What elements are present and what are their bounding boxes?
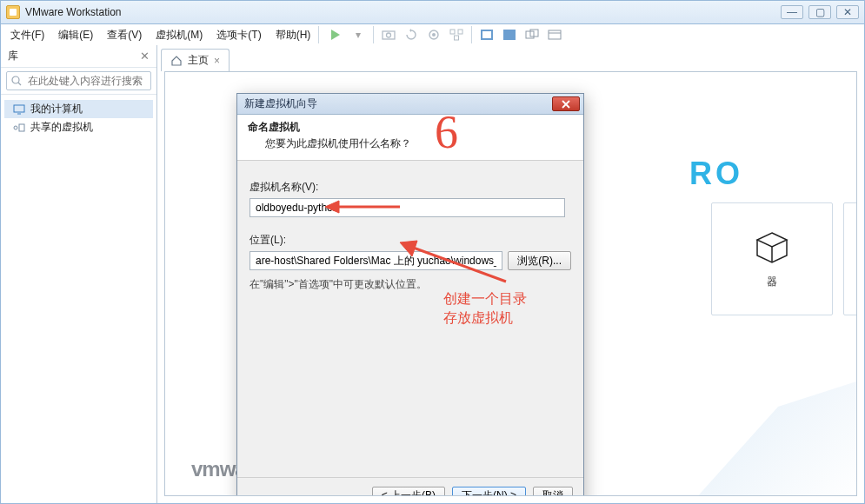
- home-canvas: RO 器 连接到 VMware vCloud Air vmware® 新建虚拟机…: [164, 71, 857, 496]
- sidebar: 库 ✕ 我的计算机 共享的虚拟机: [1, 45, 157, 503]
- menu-view[interactable]: 查看(V): [101, 26, 148, 44]
- sidebar-close-icon[interactable]: ✕: [140, 50, 150, 63]
- svg-marker-3: [409, 29, 411, 32]
- tree-item-label: 共享的虚拟机: [30, 120, 93, 135]
- svg-rect-11: [503, 30, 516, 40]
- menu-bar: 文件(F) 编辑(E) 查看(V) 虚拟机(M) 选项卡(T) 帮助(H) ▾: [0, 24, 865, 45]
- search-input[interactable]: [6, 71, 151, 90]
- dialog-title: 新建虚拟机向导: [244, 96, 317, 111]
- location-hint: 在"编辑">"首选项"中可更改默认位置。: [250, 277, 571, 292]
- menu-vm[interactable]: 虚拟机(M): [150, 26, 209, 44]
- screenshot-icon[interactable]: [381, 27, 396, 43]
- card-label: 器: [767, 275, 777, 289]
- svg-marker-22: [757, 233, 787, 247]
- sidebar-title: 库: [8, 49, 18, 63]
- main-row: 库 ✕ 我的计算机 共享的虚拟机 主页 × RO: [0, 45, 865, 504]
- window-maximize-button[interactable]: ▢: [808, 5, 831, 19]
- tree-item-shared-vms[interactable]: 共享的虚拟机: [4, 118, 153, 136]
- tree-item-my-computer[interactable]: 我的计算机: [4, 100, 153, 118]
- vm-location-input[interactable]: [250, 251, 502, 270]
- search-icon: [11, 76, 22, 86]
- snapshot-manager-icon[interactable]: [449, 27, 464, 43]
- svg-point-20: [14, 126, 17, 129]
- next-button[interactable]: 下一步(N) >: [452, 487, 526, 497]
- home-icon: [170, 55, 183, 67]
- app-icon: [6, 5, 20, 19]
- svg-line-17: [18, 83, 21, 85]
- svg-rect-10: [482, 31, 491, 38]
- window-close-button[interactable]: ✕: [836, 5, 859, 19]
- svg-rect-14: [549, 30, 561, 39]
- fit-guest-icon[interactable]: [479, 27, 495, 43]
- home-card-vcloud[interactable]: 连接到 VMware vCloud Air: [843, 202, 857, 315]
- play-icon[interactable]: [328, 27, 343, 43]
- dialog-header: 命名虚拟机 您要为此虚拟机使用什么名称？: [237, 115, 583, 161]
- svg-rect-21: [19, 124, 24, 131]
- back-button[interactable]: < 上一步(B): [372, 487, 445, 497]
- vm-location-label: 位置(L):: [250, 233, 571, 248]
- title-bar: VMware Workstation — ▢ ✕: [0, 0, 865, 24]
- svg-point-16: [12, 76, 19, 83]
- tab-home[interactable]: 主页 ×: [161, 49, 230, 71]
- share-icon: [13, 123, 25, 133]
- svg-marker-0: [331, 30, 340, 40]
- svg-rect-8: [455, 36, 459, 40]
- home-card-server[interactable]: 器: [711, 202, 833, 315]
- menu-file[interactable]: 文件(F): [4, 26, 50, 44]
- dialog-footer: < 上一步(B) 下一步(N) > 取消: [237, 477, 583, 496]
- snapshot-revert-icon[interactable]: [403, 27, 419, 43]
- dialog-body: 虚拟机名称(V): 位置(L): 浏览(R)... 在"编辑">"首选项"中可更…: [237, 161, 583, 482]
- new-vm-wizard-dialog: 新建虚拟机向导 命名虚拟机 您要为此虚拟机使用什么名称？ 虚拟机名称(V): 位…: [236, 93, 584, 496]
- window-title: VMware Workstation: [25, 6, 121, 18]
- menu-edit[interactable]: 编辑(E): [52, 26, 99, 44]
- tab-close-icon[interactable]: ×: [214, 55, 220, 67]
- pc-icon: [13, 104, 25, 115]
- svg-rect-18: [14, 105, 24, 112]
- box-icon: [754, 229, 790, 266]
- svg-rect-6: [450, 30, 455, 34]
- browse-button[interactable]: 浏览(R)...: [508, 251, 571, 270]
- bg-pro-text: RO: [689, 156, 743, 192]
- bg-art: [626, 315, 857, 496]
- dialog-title-bar[interactable]: 新建虚拟机向导: [237, 94, 583, 115]
- dropdown-icon[interactable]: ▾: [350, 27, 366, 43]
- unity-icon[interactable]: [524, 27, 540, 43]
- toolbar: ▾: [328, 26, 562, 43]
- menu-tabs[interactable]: 选项卡(T): [210, 26, 267, 44]
- snapshot-new-icon[interactable]: [426, 27, 442, 43]
- dialog-head-sub: 您要为此虚拟机使用什么名称？: [265, 136, 573, 151]
- tree-item-label: 我的计算机: [30, 102, 83, 116]
- vm-name-label: 虚拟机名称(V):: [250, 180, 571, 195]
- svg-rect-7: [458, 30, 462, 34]
- tab-home-label: 主页: [188, 53, 209, 68]
- svg-point-2: [387, 33, 391, 37]
- sidebar-header: 库 ✕: [1, 45, 156, 68]
- vm-name-input[interactable]: [250, 198, 565, 217]
- menu-help[interactable]: 帮助(H): [269, 26, 317, 44]
- window-controls: — ▢ ✕: [781, 5, 859, 19]
- sidebar-search: [1, 68, 156, 95]
- sidebar-tree: 我的计算机 共享的虚拟机: [1, 95, 156, 142]
- dialog-close-button[interactable]: [552, 96, 580, 111]
- fullscreen-icon[interactable]: [502, 27, 517, 43]
- svg-point-5: [432, 33, 436, 36]
- cancel-button[interactable]: 取消: [533, 487, 573, 497]
- dialog-head-title: 命名虚拟机: [248, 120, 573, 135]
- content-area: 主页 × RO 器 连接到 VMware vCloud Air vmware®: [157, 45, 864, 503]
- svg-rect-1: [383, 31, 395, 39]
- window-minimize-button[interactable]: —: [781, 5, 803, 19]
- console-icon[interactable]: [547, 27, 562, 43]
